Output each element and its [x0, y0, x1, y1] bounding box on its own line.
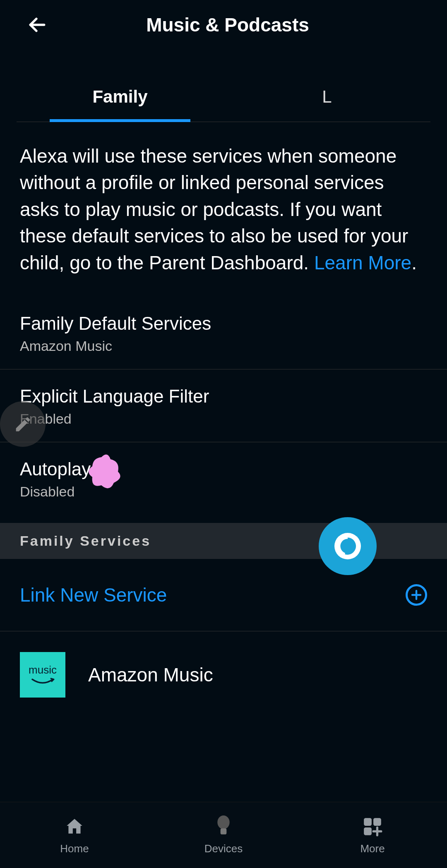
description-block: Alexa will use these services when someo… — [0, 122, 447, 276]
tab-family[interactable]: Family — [17, 74, 223, 122]
tab-l[interactable]: L — [223, 74, 430, 122]
service-name: Amazon Music — [88, 664, 213, 686]
learn-more-link[interactable]: Learn More — [314, 252, 411, 273]
pencil-icon — [14, 415, 32, 434]
alexa-fab[interactable] — [319, 517, 377, 575]
setting-explicit-filter[interactable]: Explicit Language Filter Enabled — [0, 369, 447, 442]
page-title: Music & Podcasts — [25, 14, 430, 36]
svg-point-4 — [340, 539, 355, 553]
service-amazon-music[interactable]: music Amazon Music — [0, 631, 447, 718]
header: Music & Podcasts — [0, 0, 447, 50]
svg-rect-9 — [364, 827, 372, 835]
bottom-nav: Home Devices More — [0, 802, 447, 868]
svg-rect-6 — [221, 828, 227, 834]
setting-value: Enabled — [20, 411, 427, 427]
setting-title: Autoplay — [20, 459, 427, 480]
tabs: Family L — [17, 74, 430, 122]
nav-more[interactable]: More — [298, 802, 447, 868]
link-new-service[interactable]: Link New Service — [0, 559, 447, 631]
svg-point-5 — [217, 815, 229, 829]
grid-plus-icon — [362, 815, 383, 838]
nav-home[interactable]: Home — [0, 802, 149, 868]
setting-autoplay[interactable]: Autoplay Disabled — [0, 442, 447, 515]
bulb-icon — [214, 815, 233, 838]
section-header-family-services: Family Services — [0, 523, 447, 559]
edit-button[interactable] — [0, 401, 46, 447]
svg-rect-7 — [364, 818, 372, 826]
setting-title: Family Default Services — [20, 313, 427, 334]
alexa-icon — [331, 530, 364, 563]
amazon-music-icon: music — [20, 652, 65, 698]
setting-title: Explicit Language Filter — [20, 386, 427, 407]
svg-rect-8 — [373, 818, 381, 826]
setting-value: Amazon Music — [20, 338, 427, 354]
setting-default-services[interactable]: Family Default Services Amazon Music — [0, 297, 447, 369]
link-new-service-label: Link New Service — [20, 584, 167, 606]
home-icon — [64, 815, 85, 838]
nav-devices[interactable]: Devices — [149, 802, 298, 868]
plus-circle-icon — [406, 584, 427, 606]
description-suffix: . — [411, 252, 417, 273]
setting-value: Disabled — [20, 484, 427, 500]
